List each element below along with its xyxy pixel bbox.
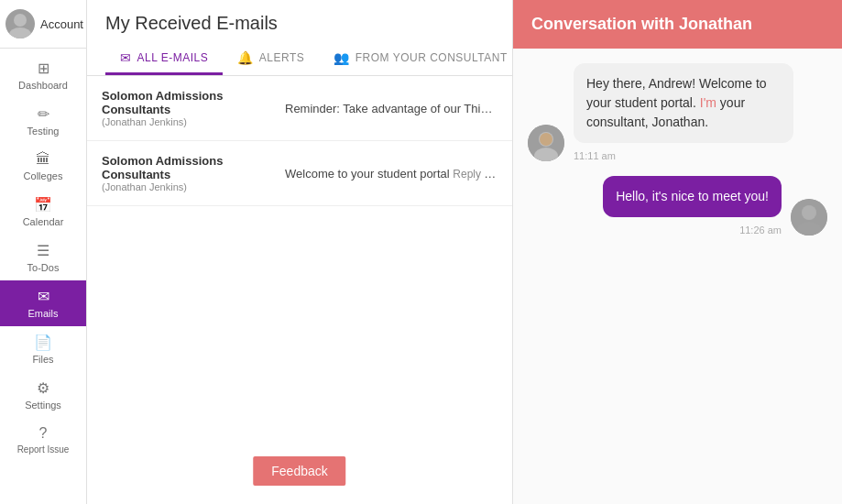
report-icon: ? (39, 425, 48, 442)
account-nav-item[interactable]: Account (0, 0, 86, 49)
conversation-title: Conversation with Jonathan (531, 15, 752, 33)
highlight-text: I'm (700, 95, 716, 110)
sidebar-label-report: Report Issue (17, 444, 70, 455)
colleges-icon: 🏛 (36, 151, 50, 168)
message-block-1: Hey there, Andrew! Welcome to your stude… (574, 63, 793, 161)
table-row[interactable]: Solomon Admissions Consultants (Jonathan… (87, 76, 512, 141)
tab-from-consultant[interactable]: 👥 FROM YOUR CONSULTANT (319, 43, 512, 75)
tab-all-emails-label: ALL E-MAILS (137, 51, 209, 64)
sidebar-label-emails: Emails (27, 308, 58, 319)
tab-all-emails[interactable]: ✉ ALL E-MAILS (105, 43, 223, 75)
user-avatar-msg (791, 199, 827, 236)
sidebar-label-settings: Settings (25, 400, 61, 411)
message-row-sent-1: Hello, it's nice to meet you! 11:26 am (528, 176, 827, 236)
email-tabs: ✉ ALL E-MAILS 🔔 ALERTS 👥 FROM YOUR CONSU… (105, 43, 494, 75)
settings-icon: ⚙ (37, 379, 49, 397)
sidebar-item-emails[interactable]: ✉ Emails (0, 280, 86, 326)
email-sender-1: Solomon Admissions Consultants (Jonathan… (102, 89, 285, 127)
message-row-received-1: Hey there, Andrew! Welcome to your stude… (528, 63, 827, 161)
main-header: My Received E-mails ✉ ALL E-MAILS 🔔 ALER… (87, 0, 512, 76)
sidebar-label-colleges: Colleges (24, 170, 63, 181)
dashboard-icon: ⊞ (38, 60, 49, 77)
message-bubble-sent-1: Hello, it's nice to meet you! (603, 176, 782, 217)
user-avatar (5, 9, 35, 38)
sidebar-item-colleges[interactable]: 🏛 Colleges (0, 144, 86, 189)
sidebar-label-dashboard: Dashboard (18, 80, 68, 91)
conversation-body: Hey there, Andrew! Welcome to your stude… (513, 49, 842, 504)
svg-point-1 (9, 27, 31, 38)
files-icon: 📄 (34, 334, 52, 351)
sidebar-item-settings[interactable]: ⚙ Settings (0, 372, 86, 418)
account-label: Account (40, 17, 83, 31)
sender-sub-1: (Jonathan Jenkins) (102, 116, 285, 127)
email-subject-2: Welcome to your student portal Reply to … (285, 167, 498, 181)
sidebar-label-files: Files (32, 354, 53, 365)
todos-icon: ☰ (37, 242, 49, 259)
emails-icon: ✉ (38, 288, 49, 305)
conversation-header: Conversation with Jonathan (513, 0, 842, 49)
message-time-2: 11:26 am (739, 225, 782, 236)
sender-name-1: Solomon Admissions Consultants (102, 89, 285, 116)
sidebar-item-testing[interactable]: ✏ Testing (0, 98, 86, 144)
alerts-icon: 🔔 (237, 50, 254, 65)
svg-point-0 (14, 14, 27, 27)
sidebar-item-files[interactable]: 📄 Files (0, 326, 86, 372)
jonathan-avatar-1 (528, 125, 564, 161)
consultant-icon: 👥 (334, 50, 350, 65)
tab-alerts[interactable]: 🔔 ALERTS (223, 43, 319, 75)
feedback-button[interactable]: Feedback (253, 456, 345, 486)
svg-point-8 (802, 205, 816, 220)
all-emails-icon: ✉ (120, 50, 132, 65)
sidebar: Account ⊞ Dashboard ✏ Testing 🏛 Colleges… (0, 0, 87, 504)
sidebar-item-dashboard[interactable]: ⊞ Dashboard (0, 52, 86, 98)
tab-alerts-label: ALERTS (259, 51, 304, 64)
calendar-icon: 📅 (34, 196, 52, 214)
sidebar-item-calendar[interactable]: 📅 Calendar (0, 189, 86, 235)
page-title: My Received E-mails (105, 13, 494, 34)
main-content: My Received E-mails ✉ ALL E-MAILS 🔔 ALER… (87, 0, 512, 504)
message-bubble-received-1: Hey there, Andrew! Welcome to your stude… (574, 63, 793, 143)
testing-icon: ✏ (38, 105, 49, 123)
email-list: Solomon Admissions Consultants (Jonathan… (87, 76, 512, 504)
sender-name-2: Solomon Admissions Consultants (102, 154, 285, 181)
sidebar-item-report[interactable]: ? Report Issue (0, 418, 86, 462)
sidebar-navigation: ⊞ Dashboard ✏ Testing 🏛 Colleges 📅 Calen… (0, 49, 86, 504)
table-row[interactable]: Solomon Admissions Consultants (Jonathan… (87, 141, 512, 206)
sidebar-label-calendar: Calendar (23, 216, 64, 227)
sidebar-item-todos[interactable]: ☰ To-Dos (0, 235, 86, 280)
sender-sub-2: (Jonathan Jenkins) (102, 181, 285, 192)
email-subject-1: Reminder: Take advantage of our ThinkVau… (285, 102, 498, 115)
conversation-panel: Conversation with Jonathan Hey there, An… (512, 0, 842, 504)
sidebar-label-testing: Testing (27, 126, 60, 137)
email-sender-2: Solomon Admissions Consultants (Jonathan… (102, 154, 285, 192)
svg-point-5 (540, 133, 552, 146)
message-block-2: Hello, it's nice to meet you! 11:26 am (603, 176, 782, 236)
message-time-1: 11:11 am (574, 150, 793, 161)
tab-consultant-label: FROM YOUR CONSULTANT (355, 51, 508, 64)
sidebar-label-todos: To-Dos (27, 262, 60, 273)
reply-hint: Reply to jonatl (453, 167, 498, 181)
